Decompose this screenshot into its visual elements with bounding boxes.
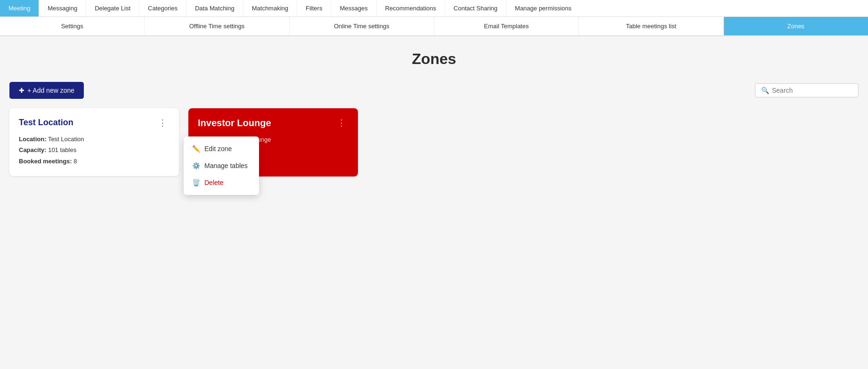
sub-nav-item-table-meetings[interactable]: Table meetings list	[579, 17, 723, 35]
dropdown-menu: ✏️ Edit zone ⚙️ Manage tables 🗑️ Delete	[184, 136, 259, 195]
card-capacity-test: Capacity: 101 tables	[19, 144, 170, 155]
card-booked-test: Booked meetings: 8	[19, 156, 170, 167]
search-box: 🔍	[755, 83, 859, 97]
top-nav-item-matchmaking[interactable]: Matchmaking	[243, 0, 297, 16]
edit-zone-label: Edit zone	[204, 145, 232, 152]
top-nav-item-categories[interactable]: Categories	[139, 0, 187, 16]
plus-icon: ✚	[19, 87, 24, 94]
add-zone-button[interactable]: ✚ + Add new zone	[9, 82, 84, 99]
card-menu-button-investor-lounge[interactable]: ⋮	[334, 118, 349, 128]
dropdown-item-delete[interactable]: 🗑️ Delete	[184, 174, 259, 191]
sub-nav-item-settings[interactable]: Settings	[0, 17, 145, 35]
card-header-investor: Investor Lounge ⋮	[198, 118, 349, 128]
dropdown-item-edit-zone[interactable]: ✏️ Edit zone	[184, 140, 259, 157]
top-nav-item-delegate-list[interactable]: Delegate List	[86, 0, 139, 16]
dropdown-item-manage-tables[interactable]: ⚙️ Manage tables	[184, 157, 259, 174]
booked-value-test: 8	[73, 158, 77, 165]
location-value-test: Test Location	[48, 136, 84, 143]
top-nav-item-recommendations[interactable]: Recommendations	[377, 0, 445, 16]
sub-nav: Settings Offline Time settings Online Ti…	[0, 17, 868, 36]
sub-nav-item-offline-time[interactable]: Offline Time settings	[145, 17, 289, 35]
card-info-test-location: Location: Test Location Capacity: 101 ta…	[19, 134, 170, 167]
card-title-test-location: Test Location	[19, 118, 73, 128]
search-icon: 🔍	[761, 87, 769, 94]
trash-icon: 🗑️	[192, 179, 200, 186]
location-label: Location:	[19, 136, 47, 143]
sub-nav-item-online-time[interactable]: Online Time settings	[290, 17, 434, 35]
top-nav-item-contact-sharing[interactable]: Contact Sharing	[445, 0, 506, 16]
sub-nav-item-zones[interactable]: Zones	[724, 17, 868, 35]
cards-container: Test Location ⋮ Location: Test Location …	[9, 108, 859, 176]
top-nav-item-manage-permissions[interactable]: Manage permissions	[506, 0, 580, 16]
edit-icon: ✏️	[192, 145, 200, 152]
card-header: Test Location ⋮	[19, 118, 170, 128]
top-nav-item-data-matching[interactable]: Data Matching	[187, 0, 243, 16]
capacity-label: Capacity:	[19, 146, 47, 153]
manage-tables-label: Manage tables	[204, 162, 248, 169]
booked-label: Booked meetings:	[19, 158, 72, 165]
add-zone-label: + Add new zone	[27, 87, 74, 94]
card-menu-button-test-location[interactable]: ⋮	[155, 118, 170, 128]
top-nav-item-filters[interactable]: Filters	[297, 0, 331, 16]
top-bar: ✚ + Add new zone 🔍	[9, 82, 859, 99]
page-title: Zones	[9, 50, 859, 68]
capacity-value-test: 101 tables	[48, 146, 76, 153]
card-location-test: Location: Test Location	[19, 134, 170, 144]
zone-card-test-location: Test Location ⋮ Location: Test Location …	[9, 108, 179, 176]
top-nav: Meeting Messaging Delegate List Categori…	[0, 0, 868, 17]
search-input[interactable]	[772, 87, 852, 94]
page-content: Zones ✚ + Add new zone 🔍 Test Location ⋮…	[0, 36, 868, 358]
sub-nav-item-email-templates[interactable]: Email Templates	[434, 17, 579, 35]
card-title-investor-lounge: Investor Lounge	[198, 118, 271, 128]
gear-icon: ⚙️	[192, 162, 200, 169]
top-nav-item-messaging[interactable]: Messaging	[39, 0, 86, 16]
top-nav-item-meeting[interactable]: Meeting	[0, 0, 39, 16]
top-nav-item-messages[interactable]: Messages	[331, 0, 376, 16]
delete-label: Delete	[204, 179, 223, 186]
